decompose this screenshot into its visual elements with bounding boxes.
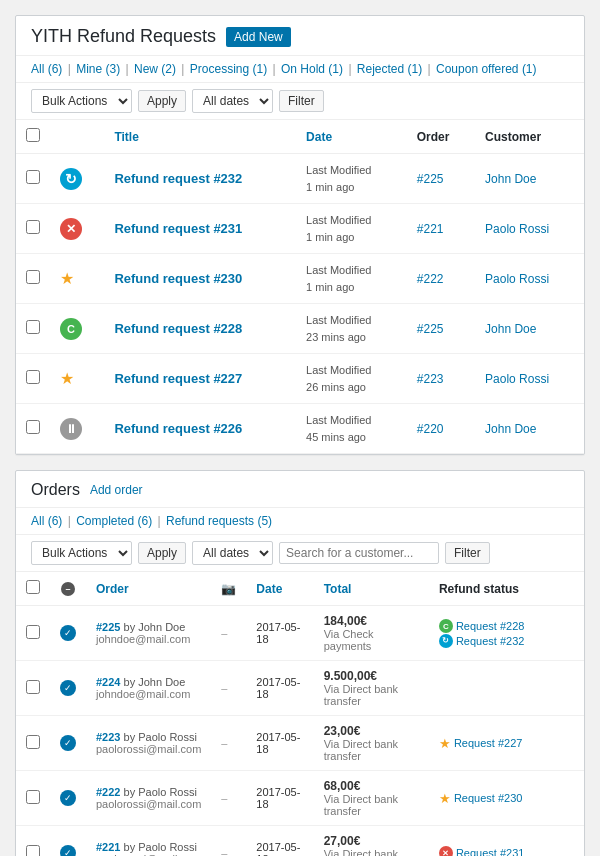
refund-request-link[interactable]: Request #227	[454, 737, 523, 749]
filter-button[interactable]: Filter	[279, 90, 324, 112]
refund-requests-panel: YITH Refund Requests Add New All (6) | M…	[15, 15, 585, 455]
payment-method: Via Direct bank transfer	[324, 683, 398, 707]
order-dash-cell: –	[211, 771, 246, 826]
filter-rejected[interactable]: Rejected (1)	[357, 62, 422, 76]
order-link[interactable]: #222	[417, 272, 444, 286]
order-link[interactable]: #221	[417, 222, 444, 236]
completed-icon: ✓	[60, 680, 76, 696]
table-row: ✓ #225 by John Doe johndoe@mail.com – 20…	[16, 606, 584, 661]
refund-table-header: Title Date Order Customer	[16, 120, 584, 154]
table-row: C Refund request #228 Last Modified23 mi…	[16, 304, 584, 354]
row-checkbox[interactable]	[26, 420, 40, 434]
order-number-link[interactable]: #224	[96, 676, 120, 688]
row-checkbox[interactable]	[26, 170, 40, 184]
customer-link[interactable]: John Doe	[485, 322, 536, 336]
orders-all-dates-select[interactable]: All dates	[192, 541, 273, 565]
orders-filter-completed[interactable]: Completed (6)	[76, 514, 152, 528]
orders-select-all-checkbox[interactable]	[26, 580, 40, 594]
order-name-cell: #224 by John Doe johndoe@mail.com	[86, 661, 211, 716]
order-name-cell: #221 by Paolo Rossi paolorossi@mail.com	[86, 826, 211, 857]
total-amount: 9.500,00€	[324, 669, 377, 683]
orders-bulk-actions-select[interactable]: Bulk Actions	[31, 541, 132, 565]
customer-link[interactable]: John Doe	[485, 172, 536, 186]
orders-panel-header: Orders Add order	[16, 471, 584, 508]
order-completed-icon-cell: ✓	[50, 606, 86, 661]
filter-new[interactable]: New (2)	[134, 62, 176, 76]
refund-request-link[interactable]: Request #228	[456, 620, 525, 632]
customer-link[interactable]: Paolo Rossi	[485, 272, 549, 286]
refund-title-link[interactable]: Refund request #226	[114, 421, 242, 436]
payment-method: Via Check payments	[324, 628, 374, 652]
customer-search-input[interactable]	[279, 542, 439, 564]
refund-title-link[interactable]: Refund request #232	[114, 171, 242, 186]
th-date: Date	[296, 120, 407, 154]
order-number-link[interactable]: #223	[96, 731, 120, 743]
order-number-link[interactable]: #222	[96, 786, 120, 798]
row-checkbox[interactable]	[26, 270, 40, 284]
filter-coupon-offered[interactable]: Coupon offered (1)	[436, 62, 537, 76]
th-order-status: –	[50, 572, 86, 606]
order-by-label: by John Doe	[124, 676, 186, 688]
small-status-icon-red: ✕	[439, 846, 453, 856]
order-total-cell: 184,00€ Via Check payments	[314, 606, 429, 661]
status-icon-star: ★	[60, 370, 74, 387]
refund-panel-title: YITH Refund Requests	[31, 26, 216, 47]
order-date-cell: 2017-05-18	[246, 826, 313, 857]
refund-title-link[interactable]: Refund request #227	[114, 371, 242, 386]
order-row-checkbox[interactable]	[26, 625, 40, 639]
row-checkbox[interactable]	[26, 220, 40, 234]
order-number-link[interactable]: #221	[96, 841, 120, 853]
refund-title-link[interactable]: Refund request #228	[114, 321, 242, 336]
refund-request-link[interactable]: Request #230	[454, 792, 523, 804]
orders-apply-button[interactable]: Apply	[138, 542, 186, 564]
refund-request-item: ✕ Request #231	[439, 846, 525, 856]
order-row-checkbox[interactable]	[26, 790, 40, 804]
order-total-cell: 68,00€ Via Direct bank transfer	[314, 771, 429, 826]
order-link[interactable]: #225	[417, 322, 444, 336]
refund-request-link[interactable]: Request #232	[456, 635, 525, 647]
order-link[interactable]: #220	[417, 422, 444, 436]
table-row: ✓ #221 by Paolo Rossi paolorossi@mail.co…	[16, 826, 584, 857]
orders-table: – Order 📷 Date Total Refund status ✓ #22…	[16, 572, 584, 856]
order-link[interactable]: #225	[417, 172, 444, 186]
refund-title-link[interactable]: Refund request #231	[114, 221, 242, 236]
th-orders-order: Order	[86, 572, 211, 606]
add-order-button[interactable]: Add order	[90, 483, 143, 497]
filter-all[interactable]: All (6)	[31, 62, 62, 76]
refund-title-link[interactable]: Refund request #230	[114, 271, 242, 286]
add-new-button[interactable]: Add New	[226, 27, 291, 47]
th-orders-camera: 📷	[211, 572, 246, 606]
status-icon-coupon: C	[60, 318, 82, 340]
orders-filter-refund[interactable]: Refund requests (5)	[166, 514, 272, 528]
order-link[interactable]: #223	[417, 372, 444, 386]
apply-button[interactable]: Apply	[138, 90, 186, 112]
orders-table-header: – Order 📷 Date Total Refund status	[16, 572, 584, 606]
all-dates-select[interactable]: All dates	[192, 89, 273, 113]
order-number-link[interactable]: #225	[96, 621, 120, 633]
order-completed-icon-cell: ✓	[50, 661, 86, 716]
order-row-checkbox[interactable]	[26, 735, 40, 749]
row-checkbox[interactable]	[26, 320, 40, 334]
filter-processing[interactable]: Processing (1)	[190, 62, 267, 76]
customer-link[interactable]: John Doe	[485, 422, 536, 436]
table-row: ↻ Refund request #232 Last Modified1 min…	[16, 154, 584, 204]
customer-link[interactable]: Paolo Rossi	[485, 372, 549, 386]
small-status-icon-star: ★	[439, 791, 451, 806]
orders-filter-button[interactable]: Filter	[445, 542, 490, 564]
row-checkbox[interactable]	[26, 370, 40, 384]
filter-on-hold[interactable]: On Hold (1)	[281, 62, 343, 76]
status-icon-onhold: ⏸	[60, 418, 82, 440]
table-row: ✓ #224 by John Doe johndoe@mail.com – 20…	[16, 661, 584, 716]
select-all-checkbox[interactable]	[26, 128, 40, 142]
order-by-label: by Paolo Rossi	[124, 786, 197, 798]
orders-filter-all[interactable]: All (6)	[31, 514, 62, 528]
refund-request-link[interactable]: Request #231	[456, 847, 525, 856]
filter-mine[interactable]: Mine (3)	[76, 62, 120, 76]
bulk-actions-select[interactable]: Bulk Actions	[31, 89, 132, 113]
order-date-cell: 2017-05-18	[246, 606, 313, 661]
customer-link[interactable]: Paolo Rossi	[485, 222, 549, 236]
order-row-checkbox[interactable]	[26, 680, 40, 694]
order-dash-cell: –	[211, 826, 246, 857]
orders-panel: Orders Add order All (6) | Completed (6)…	[15, 470, 585, 856]
order-row-checkbox[interactable]	[26, 845, 40, 856]
